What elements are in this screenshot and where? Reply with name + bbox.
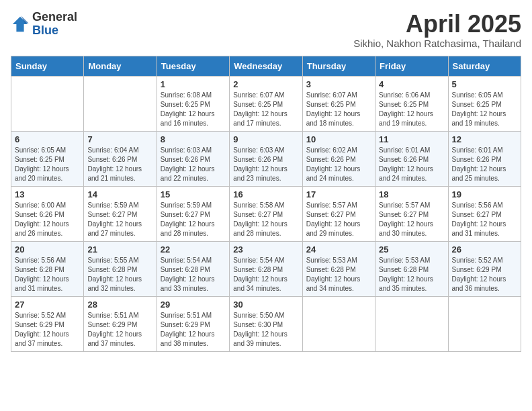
day-cell: 15Sunrise: 5:59 AM Sunset: 6:27 PM Dayli…: [157, 186, 229, 241]
week-row-4: 20Sunrise: 5:56 AM Sunset: 6:28 PM Dayli…: [11, 241, 521, 296]
day-cell: 22Sunrise: 5:54 AM Sunset: 6:28 PM Dayli…: [157, 241, 229, 296]
day-info: Sunrise: 6:01 AM Sunset: 6:26 PM Dayligh…: [379, 146, 444, 183]
day-cell: 9Sunrise: 6:03 AM Sunset: 6:26 PM Daylig…: [230, 131, 302, 186]
calendar-title: April 2025: [353, 11, 521, 38]
day-info: Sunrise: 6:05 AM Sunset: 6:25 PM Dayligh…: [452, 91, 517, 128]
day-info: Sunrise: 5:59 AM Sunset: 6:27 PM Dayligh…: [161, 201, 226, 238]
day-cell: 23Sunrise: 5:54 AM Sunset: 6:28 PM Dayli…: [230, 241, 302, 296]
day-number: 6: [15, 134, 80, 144]
day-info: Sunrise: 5:57 AM Sunset: 6:27 PM Dayligh…: [379, 201, 444, 238]
calendar-header: SundayMondayTuesdayWednesdayThursdayFrid…: [11, 56, 521, 76]
day-info: Sunrise: 5:59 AM Sunset: 6:27 PM Dayligh…: [87, 201, 152, 238]
day-number: 21: [87, 244, 152, 255]
day-info: Sunrise: 6:02 AM Sunset: 6:26 PM Dayligh…: [306, 146, 371, 183]
day-info: Sunrise: 6:07 AM Sunset: 6:25 PM Dayligh…: [233, 91, 298, 128]
week-row-1: 1Sunrise: 6:08 AM Sunset: 6:25 PM Daylig…: [11, 76, 521, 131]
day-number: 20: [15, 244, 80, 255]
day-cell: 7Sunrise: 6:04 AM Sunset: 6:26 PM Daylig…: [84, 131, 157, 186]
weekday-header-tuesday: Tuesday: [157, 56, 229, 76]
day-cell: 17Sunrise: 5:57 AM Sunset: 6:27 PM Dayli…: [302, 186, 375, 241]
calendar-table: SundayMondayTuesdayWednesdayThursdayFrid…: [11, 56, 521, 352]
day-cell: 19Sunrise: 5:56 AM Sunset: 6:27 PM Dayli…: [448, 186, 521, 241]
day-cell: 25Sunrise: 5:53 AM Sunset: 6:28 PM Dayli…: [375, 241, 448, 296]
logo: General Blue: [11, 11, 77, 38]
day-info: Sunrise: 6:07 AM Sunset: 6:25 PM Dayligh…: [306, 91, 371, 128]
day-cell: 8Sunrise: 6:03 AM Sunset: 6:26 PM Daylig…: [157, 131, 229, 186]
day-number: 12: [452, 134, 517, 144]
day-cell: 16Sunrise: 5:58 AM Sunset: 6:27 PM Dayli…: [230, 186, 302, 241]
day-number: 16: [233, 189, 298, 199]
day-info: Sunrise: 5:57 AM Sunset: 6:27 PM Dayligh…: [306, 201, 371, 238]
day-cell: 10Sunrise: 6:02 AM Sunset: 6:26 PM Dayli…: [302, 131, 375, 186]
day-info: Sunrise: 5:50 AM Sunset: 6:30 PM Dayligh…: [233, 311, 298, 349]
day-info: Sunrise: 5:51 AM Sunset: 6:29 PM Dayligh…: [87, 311, 152, 349]
svg-marker-0: [13, 17, 28, 32]
day-number: 27: [15, 300, 80, 310]
day-number: 3: [306, 79, 371, 89]
day-number: 2: [233, 79, 298, 89]
day-info: Sunrise: 6:03 AM Sunset: 6:26 PM Dayligh…: [161, 146, 226, 183]
calendar-subtitle: Sikhio, Nakhon Ratchasima, Thailand: [353, 38, 521, 49]
day-cell: 26Sunrise: 5:52 AM Sunset: 6:29 PM Dayli…: [448, 241, 521, 296]
weekday-header-thursday: Thursday: [302, 56, 375, 76]
day-cell: [84, 76, 157, 131]
day-cell: 5Sunrise: 6:05 AM Sunset: 6:25 PM Daylig…: [448, 76, 521, 131]
day-cell: 14Sunrise: 5:59 AM Sunset: 6:27 PM Dayli…: [84, 186, 157, 241]
day-number: 26: [452, 244, 517, 255]
day-info: Sunrise: 5:56 AM Sunset: 6:28 PM Dayligh…: [15, 256, 80, 293]
day-cell: 18Sunrise: 5:57 AM Sunset: 6:27 PM Dayli…: [375, 186, 448, 241]
day-info: Sunrise: 5:51 AM Sunset: 6:29 PM Dayligh…: [161, 311, 226, 349]
day-number: 25: [379, 244, 444, 255]
day-cell: 20Sunrise: 5:56 AM Sunset: 6:28 PM Dayli…: [11, 241, 84, 296]
weekday-header-wednesday: Wednesday: [230, 56, 302, 76]
day-info: Sunrise: 5:55 AM Sunset: 6:28 PM Dayligh…: [87, 256, 152, 293]
day-cell: 28Sunrise: 5:51 AM Sunset: 6:29 PM Dayli…: [84, 296, 157, 351]
day-number: 28: [87, 300, 152, 310]
week-row-5: 27Sunrise: 5:52 AM Sunset: 6:29 PM Dayli…: [11, 296, 521, 351]
day-cell: 2Sunrise: 6:07 AM Sunset: 6:25 PM Daylig…: [230, 76, 302, 131]
day-cell: 27Sunrise: 5:52 AM Sunset: 6:29 PM Dayli…: [11, 296, 84, 351]
day-info: Sunrise: 6:06 AM Sunset: 6:25 PM Dayligh…: [379, 91, 444, 128]
day-number: 1: [161, 79, 226, 89]
day-info: Sunrise: 6:03 AM Sunset: 6:26 PM Dayligh…: [233, 146, 298, 183]
day-cell: 13Sunrise: 6:00 AM Sunset: 6:26 PM Dayli…: [11, 186, 84, 241]
calendar-body: 1Sunrise: 6:08 AM Sunset: 6:25 PM Daylig…: [11, 76, 521, 351]
logo-general-text: General: [32, 10, 77, 24]
day-number: 9: [233, 134, 298, 144]
day-number: 5: [452, 79, 517, 89]
day-info: Sunrise: 6:01 AM Sunset: 6:26 PM Dayligh…: [452, 146, 517, 183]
day-cell: 30Sunrise: 5:50 AM Sunset: 6:30 PM Dayli…: [230, 296, 302, 351]
day-number: 11: [379, 134, 444, 144]
day-cell: 6Sunrise: 6:05 AM Sunset: 6:25 PM Daylig…: [11, 131, 84, 186]
day-number: 19: [452, 189, 517, 199]
day-cell: [11, 76, 84, 131]
day-info: Sunrise: 5:56 AM Sunset: 6:27 PM Dayligh…: [452, 201, 517, 238]
day-cell: [302, 296, 375, 351]
day-info: Sunrise: 5:53 AM Sunset: 6:28 PM Dayligh…: [379, 256, 444, 293]
weekday-header-sunday: Sunday: [11, 56, 84, 76]
day-info: Sunrise: 5:54 AM Sunset: 6:28 PM Dayligh…: [161, 256, 226, 293]
day-info: Sunrise: 5:53 AM Sunset: 6:28 PM Dayligh…: [306, 256, 371, 293]
day-info: Sunrise: 5:54 AM Sunset: 6:28 PM Dayligh…: [233, 256, 298, 293]
day-cell: 29Sunrise: 5:51 AM Sunset: 6:29 PM Dayli…: [157, 296, 229, 351]
day-cell: 3Sunrise: 6:07 AM Sunset: 6:25 PM Daylig…: [302, 76, 375, 131]
day-info: Sunrise: 6:05 AM Sunset: 6:25 PM Dayligh…: [15, 146, 80, 183]
weekday-header-monday: Monday: [84, 56, 157, 76]
day-number: 4: [379, 79, 444, 89]
week-row-2: 6Sunrise: 6:05 AM Sunset: 6:25 PM Daylig…: [11, 131, 521, 186]
day-number: 7: [87, 134, 152, 144]
day-cell: [448, 296, 521, 351]
day-number: 22: [161, 244, 226, 255]
day-cell: 21Sunrise: 5:55 AM Sunset: 6:28 PM Dayli…: [84, 241, 157, 296]
day-info: Sunrise: 6:08 AM Sunset: 6:25 PM Dayligh…: [161, 91, 226, 128]
day-number: 14: [87, 189, 152, 199]
day-cell: 12Sunrise: 6:01 AM Sunset: 6:26 PM Dayli…: [448, 131, 521, 186]
day-cell: [375, 296, 448, 351]
day-info: Sunrise: 5:52 AM Sunset: 6:29 PM Dayligh…: [452, 256, 517, 293]
day-number: 29: [161, 300, 226, 310]
day-number: 13: [15, 189, 80, 199]
day-info: Sunrise: 5:58 AM Sunset: 6:27 PM Dayligh…: [233, 201, 298, 238]
day-info: Sunrise: 6:00 AM Sunset: 6:26 PM Dayligh…: [15, 201, 80, 238]
day-cell: 24Sunrise: 5:53 AM Sunset: 6:28 PM Dayli…: [302, 241, 375, 296]
day-number: 15: [161, 189, 226, 199]
